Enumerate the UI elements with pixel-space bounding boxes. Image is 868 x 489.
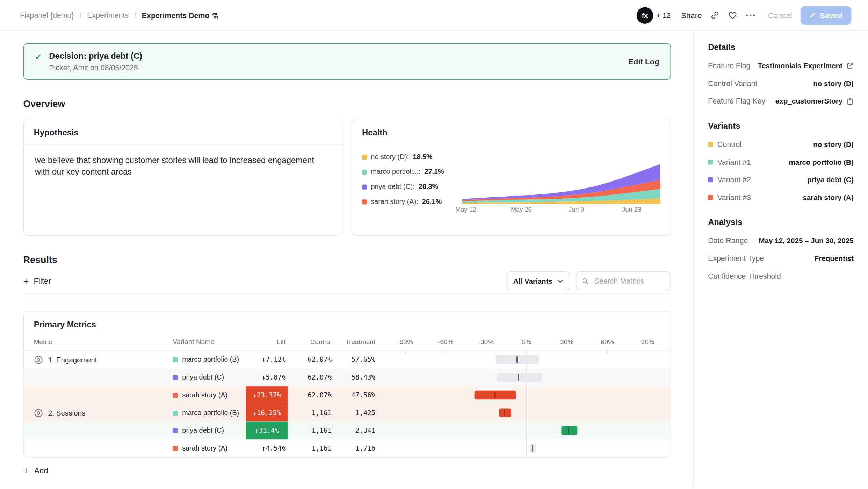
saved-button[interactable]: ✓ Saved — [801, 6, 852, 25]
confidence-interval-cell — [376, 386, 670, 404]
treatment-value: 1,716 — [333, 445, 376, 452]
variant-swatch — [708, 142, 713, 147]
topbar: Fixpanel {demo} / Experiments / Experime… — [0, 0, 868, 31]
legend-label: sarah story (A): — [371, 198, 418, 206]
variant-swatch — [708, 160, 713, 164]
axis-tick-label: 0% — [522, 338, 531, 346]
breadcrumb-item-project[interactable]: Fixpanel {demo} — [20, 11, 74, 20]
search-metrics-box[interactable] — [576, 271, 671, 290]
variant-swatch — [173, 428, 178, 433]
search-icon — [582, 277, 589, 285]
variant-name: priya debt (C) — [182, 374, 224, 381]
clipboard-icon[interactable] — [846, 97, 854, 105]
add-label: Add — [34, 466, 48, 475]
axis-tick-label: 60% — [601, 338, 614, 346]
edit-log-button[interactable]: Edit Log — [628, 57, 659, 66]
treatment-value: 1,425 — [333, 409, 376, 417]
variant-label: Variant #3 — [717, 193, 751, 202]
metric-icon — [34, 355, 43, 364]
x-axis-label: Jun 9 — [569, 206, 584, 213]
median-marker — [494, 392, 496, 398]
experiment-type-row: Experiment Type Frequentist — [708, 254, 854, 263]
filter-label: Filter — [34, 277, 51, 285]
health-title: Health — [352, 119, 671, 144]
avatar[interactable]: fx — [636, 7, 653, 24]
breadcrumb-separator: / — [134, 11, 136, 20]
control-variant-value: no story (D) — [813, 79, 854, 88]
variant-name: sarah story (A) — [182, 391, 227, 399]
add-metric-button[interactable]: + Add — [23, 466, 671, 475]
variant-row: Variant #2 priya debt (C) — [708, 176, 854, 184]
table-row[interactable]: sarah story (A) ↓23.37% 62.07% 47.56% — [24, 386, 670, 404]
variant-value: priya debt (C) — [807, 176, 854, 184]
lift-value: ↓7.12% — [246, 351, 288, 369]
confidence-interval-bar — [562, 426, 578, 435]
variant-swatch — [173, 392, 178, 397]
treatment-value: 47.56% — [333, 391, 376, 399]
feature-flag-key-row: Feature Flag Key exp_customerStory — [708, 97, 854, 105]
experiment-type-value: Frequentist — [815, 254, 854, 263]
treatment-value: 58.43% — [333, 374, 376, 381]
variant-value: no story (D) — [813, 140, 854, 149]
variant-name: marco portfolio (B) — [182, 356, 239, 363]
collaborator-avatars[interactable]: fx + 12 — [636, 7, 671, 24]
control-value: 62.07% — [288, 391, 333, 399]
median-marker — [568, 427, 569, 434]
legend-value: 27.1% — [424, 168, 444, 176]
more-options-icon[interactable]: ••• — [746, 11, 757, 20]
details-heading: Details — [708, 42, 854, 51]
variant-value: marco portfolio (B) — [789, 158, 853, 166]
treatment-value: 57.65% — [333, 356, 376, 363]
legend-value: 18.5% — [413, 153, 432, 161]
median-marker — [504, 410, 505, 416]
confidence-threshold-row: Confidence Threshold — [708, 272, 854, 281]
link-icon[interactable] — [710, 10, 719, 20]
check-icon: ✓ — [35, 52, 42, 62]
table-row[interactable]: sarah story (A) ↑4.54% 1,161 1,716 — [24, 439, 670, 457]
control-value: 1,161 — [288, 427, 333, 434]
cancel-button[interactable]: Cancel — [768, 11, 792, 20]
table-header: Metric Variant Name Lift Control Treatme… — [24, 334, 670, 351]
confidence-interval-bar — [475, 391, 516, 399]
feature-flag-value[interactable]: Testimonials Experiment — [758, 62, 842, 70]
table-row[interactable]: 1. Engagement marco portfolio (B) ↓7.12%… — [24, 351, 670, 369]
variant-label: Control — [717, 140, 742, 149]
variant-label: Variant #2 — [717, 176, 751, 184]
lift-value: ↓5.87% — [246, 368, 288, 386]
analysis-heading: Analysis — [708, 217, 854, 227]
external-link-icon[interactable] — [846, 62, 854, 69]
hypothesis-card: Hypothesis we believe that showing custo… — [23, 119, 343, 236]
table-row[interactable]: priya debt (C) ↓5.87% 62.07% 58.43% — [24, 368, 670, 386]
share-button[interactable]: Share — [681, 11, 702, 20]
date-range-row: Date Range May 12, 2025 – Jun 30, 2025 — [708, 236, 854, 245]
lift-value: ↓16.25% — [246, 404, 288, 422]
header-metric: Metric — [24, 338, 173, 346]
metric-name: 2. Sessions — [48, 409, 85, 417]
legend-swatch — [362, 184, 367, 189]
treatment-value: 2,341 — [333, 427, 376, 434]
legend-value: 26.1% — [422, 198, 442, 206]
heart-icon[interactable] — [728, 10, 737, 20]
legend-item: no story (D): 18.5% — [362, 153, 457, 161]
add-filter-button[interactable]: + Filter — [23, 276, 51, 286]
main-content: ✓ Decision: priya debt (C) Picker, Amit … — [0, 31, 693, 489]
primary-metrics-card: Primary Metrics Metric Variant Name Lift… — [23, 311, 671, 458]
x-axis-label: May 12 — [455, 206, 476, 213]
table-row[interactable]: priya debt (C) ↑31.4% 1,161 2,341 — [24, 422, 670, 440]
lift-axis: -90%-60%-30%0%30%60%90% — [376, 334, 670, 350]
feature-flag-key-value: exp_customerStory — [775, 97, 842, 105]
legend-swatch — [362, 169, 367, 174]
row-label: Date Range — [708, 236, 748, 245]
variants-dropdown[interactable]: All Variants — [506, 271, 570, 290]
search-metrics-input[interactable] — [593, 276, 665, 286]
plus-icon: + — [23, 466, 29, 475]
legend-item: sarah story (A): 26.1% — [362, 198, 457, 206]
table-row[interactable]: 2. Sessions marco portfolio (B) ↓16.25% … — [24, 404, 670, 422]
x-axis-label: May 26 — [511, 206, 532, 213]
axis-tick-label: 90% — [641, 338, 654, 346]
hypothesis-text: we believe that showing customer stories… — [24, 144, 342, 186]
control-value: 1,161 — [288, 445, 333, 452]
feature-flag-row: Feature Flag Testimonials Experiment — [708, 62, 854, 70]
breadcrumb-item-experiments[interactable]: Experiments — [87, 11, 129, 20]
legend-label: priya debt (C): — [371, 183, 414, 191]
